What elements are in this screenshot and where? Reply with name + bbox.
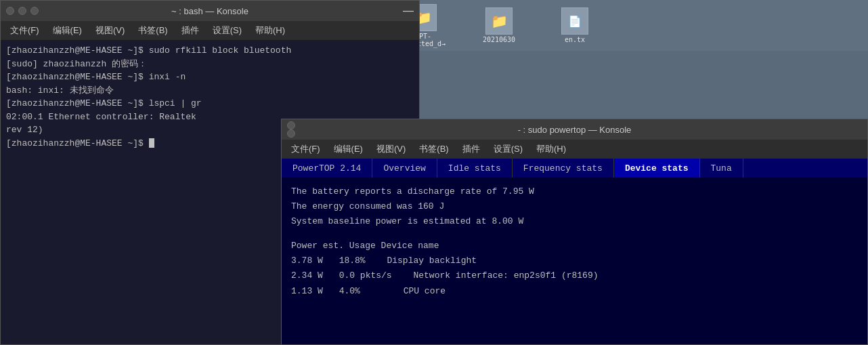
powertop-table-header: Power est. Usage Device name — [291, 239, 858, 253]
terminal-line-7-text: rev 12) — [6, 125, 43, 135]
terminal-line-2-text: [sudo] zhaozihanzzh 的密码： — [6, 59, 147, 69]
powertop-minimize-button[interactable] — [287, 129, 295, 138]
file-icon: 📄 — [561, 7, 588, 35]
minimize-button[interactable] — [18, 7, 26, 15]
menu-view[interactable]: 视图(V) — [90, 23, 130, 38]
window-minimize-icon[interactable]: — — [403, 5, 414, 17]
terminal-line-5: [zhaozihanzzh@ME-HASEE ~]$ lspci | gr — [6, 97, 414, 110]
terminal-line-2: [sudo] zhaozihanzzh 的密码： — [6, 58, 414, 71]
powertop-info-3: System baseline power is estimated at 8.… — [291, 214, 858, 229]
tab-frequency-stats[interactable]: Frequency stats — [513, 159, 614, 178]
terminal-line-5-text: [zhaozihanzzh@ME-HASEE ~]$ lspci | gr — [6, 98, 202, 108]
terminal-line-8-text: [zhaozihanzzh@ME-HASEE ~]$ — [6, 138, 149, 148]
tab-tuna[interactable]: Tuna — [700, 159, 743, 178]
usage-2: 0.0 pkts/s — [339, 270, 392, 281]
menu-help[interactable]: 帮助(H) — [250, 23, 290, 38]
top-file-label-date: 20210630 — [483, 36, 515, 43]
top-file-item-entx[interactable]: 📄 en.tx — [541, 7, 609, 43]
powertop-body: The battery reports a discharge rate of … — [282, 178, 867, 306]
tab-idle-stats[interactable]: Idle stats — [437, 159, 513, 178]
powertop-content[interactable]: PowerTOP 2.14 Overview Idle stats Freque… — [282, 159, 867, 344]
tab-overview[interactable]: Overview — [372, 159, 437, 178]
traffic-lights — [6, 7, 39, 15]
terminal-line-4: bash: inxi: 未找到命令 — [6, 84, 414, 98]
tab-device-stats[interactable]: Device stats — [614, 159, 700, 178]
menu-file[interactable]: 文件(F) — [5, 23, 45, 38]
close-button[interactable] — [6, 7, 14, 15]
top-file-item-date[interactable]: 📁 20210630 — [465, 7, 533, 43]
terminal-line-1-text: [zhaozihanzzh@ME-HASEE ~]$ sudo rfkill b… — [6, 45, 291, 56]
folder-icon: 📁 — [485, 7, 513, 35]
power-est-3: 1.13 W — [291, 286, 323, 296]
powertop-menu-file[interactable]: 文件(F) — [286, 142, 326, 157]
powertop-table-row-1: 3.78 W 18.8% Display backlight — [291, 253, 858, 268]
menu-plugin[interactable]: 插件 — [176, 23, 204, 38]
power-est-2: 2.34 W — [291, 270, 323, 281]
powertop-titlebar: - : sudo powertop — Konsole — [282, 119, 867, 140]
powertop-table-row-3: 1.13 W 4.0% CPU core — [291, 284, 858, 299]
powertop-menu-edit[interactable]: 编辑(E) — [328, 142, 368, 157]
device-1: Display backlight — [387, 256, 477, 266]
powertop-menubar: 文件(F) 编辑(E) 视图(V) 书签(B) 插件 设置(S) 帮助(H) — [282, 140, 867, 159]
powertop-table-row-2: 2.34 W 0.0 pkts/s Network interface: enp… — [291, 268, 858, 283]
powertop-menu-plugin[interactable]: 插件 — [457, 142, 485, 157]
powertop-terminal-window: - : sudo powertop — Konsole 文件(F) 编辑(E) … — [281, 119, 868, 345]
top-file-label-entx: en.tx — [565, 36, 585, 43]
powertop-menu-help[interactable]: 帮助(H) — [531, 142, 571, 157]
powertop-menu-view[interactable]: 视图(V) — [371, 142, 411, 157]
device-2: Network interface: enp2s0f1 (r8169) — [413, 270, 598, 281]
powertop-version-label: PowerTOP 2.14 — [282, 159, 372, 178]
terminal-line-1: [zhaozihanzzh@ME-HASEE ~]$ sudo rfkill b… — [6, 44, 414, 58]
powertop-menu-bookmark[interactable]: 书签(B) — [414, 142, 454, 157]
bash-menubar: 文件(F) 编辑(E) 视图(V) 书签(B) 插件 设置(S) 帮助(H) — [1, 21, 419, 40]
powertop-traffic-lights — [287, 121, 295, 138]
powertop-close-button[interactable] — [287, 121, 295, 129]
usage-1: 18.8% — [339, 256, 366, 266]
powertop-tabbar: PowerTOP 2.14 Overview Idle stats Freque… — [282, 159, 867, 178]
terminal-line-4-text: bash: inxi: 未找到命令 — [6, 85, 114, 96]
bash-titlebar: ~ : bash — Konsole — — [1, 1, 419, 21]
terminal-line-3: [zhaozihanzzh@ME-HASEE ~]$ inxi -n — [6, 70, 414, 84]
usage-3: 4.0% — [339, 286, 360, 296]
terminal-line-3-text: [zhaozihanzzh@ME-HASEE ~]$ inxi -n — [6, 72, 186, 82]
maximize-button[interactable] — [30, 7, 39, 15]
power-est-1: 3.78 W — [291, 256, 323, 266]
menu-bookmark[interactable]: 书签(B) — [133, 23, 173, 38]
menu-settings[interactable]: 设置(S) — [207, 23, 247, 38]
terminal-line-6-text: 02:00.1 Ethernet controller: Realtek — [6, 112, 196, 122]
powertop-info-1: The battery reports a discharge rate of … — [291, 184, 858, 199]
device-3: CPU core — [404, 286, 446, 296]
terminal-cursor — [149, 138, 154, 148]
menu-edit[interactable]: 编辑(E) — [47, 23, 87, 38]
powertop-window-title: - : sudo powertop — Konsole — [518, 125, 632, 135]
powertop-info-2: The energy consumed was 160 J — [291, 199, 858, 214]
bash-window-title: ~ : bash — Konsole — [171, 6, 248, 16]
powertop-menu-settings[interactable]: 设置(S) — [488, 142, 528, 157]
